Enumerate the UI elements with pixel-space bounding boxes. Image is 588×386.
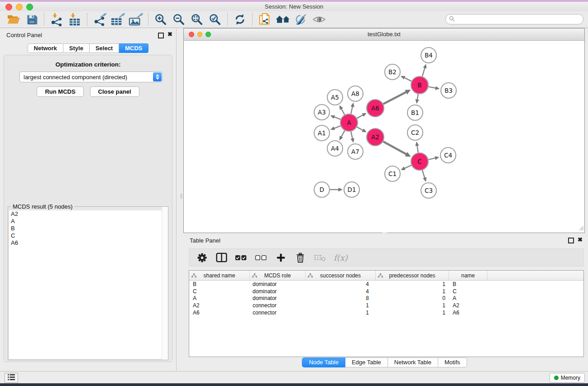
graph-edge-A-A1[interactable]: [334, 126, 341, 129]
refresh-icon[interactable]: [231, 12, 249, 27]
zoom-in-icon[interactable]: [152, 12, 170, 27]
export-table-icon[interactable]: [109, 12, 127, 27]
graph-node-A4[interactable]: A4: [327, 141, 343, 156]
result-list-item[interactable]: C: [9, 232, 167, 239]
table-row[interactable]: Bdominator41B: [189, 281, 583, 288]
table-row[interactable]: A6connector11A6: [189, 309, 583, 316]
splitter-handle-vertical[interactable]: [180, 194, 182, 199]
zoom-out-icon[interactable]: [170, 12, 188, 27]
result-scrollbar[interactable]: [162, 207, 168, 360]
graph-node-C1[interactable]: C1: [385, 166, 400, 181]
split-panel-icon[interactable]: [215, 253, 227, 262]
table-float-panel-icon[interactable]: [568, 238, 574, 243]
graph-node-C2[interactable]: C2: [407, 125, 423, 140]
graph-node-A6[interactable]: A6: [367, 100, 384, 117]
result-list-item[interactable]: A6: [9, 239, 167, 247]
tab-select[interactable]: Select: [90, 43, 119, 53]
graph-edge-A-A3[interactable]: [334, 117, 341, 119]
graph-edge-B-B3[interactable]: [429, 87, 436, 88]
zoom-selected-icon[interactable]: [206, 12, 224, 27]
graph-edge-C-C4[interactable]: [429, 158, 436, 159]
graph-node-A3[interactable]: A3: [314, 105, 330, 120]
graph-node-A2[interactable]: A2: [367, 129, 384, 146]
save-session-icon[interactable]: [23, 12, 41, 27]
table-close-panel-icon[interactable]: ✖: [578, 236, 583, 243]
graph-edge-B-B1[interactable]: [417, 94, 418, 100]
import-network-icon[interactable]: [48, 12, 66, 27]
graph-node-A1[interactable]: A1: [314, 125, 330, 141]
table-row[interactable]: Cdominator41C: [189, 288, 583, 295]
graph-node-B4[interactable]: B4: [421, 48, 436, 63]
delete-column-icon[interactable]: [294, 253, 306, 263]
float-panel-icon[interactable]: [158, 33, 164, 38]
run-mcds-button[interactable]: Run MCDS: [37, 86, 83, 97]
graph-edge-C-C1[interactable]: [404, 165, 411, 168]
result-list-item[interactable]: A: [9, 218, 167, 225]
column-header-successor-nodes[interactable]: successor nodes: [306, 271, 376, 280]
graph-edge-A2-C[interactable]: [383, 142, 407, 154]
graph-node-C3[interactable]: C3: [421, 183, 436, 198]
search-input[interactable]: [457, 15, 583, 24]
graph-edge-A-A7[interactable]: [351, 132, 353, 139]
graph-node-C[interactable]: C: [411, 153, 428, 170]
close-panel-icon[interactable]: ✖: [167, 31, 172, 38]
cybrowser-home-icon[interactable]: [274, 12, 292, 27]
graph-node-C4[interactable]: C4: [440, 148, 456, 163]
tab-mcds[interactable]: MCDS: [119, 43, 148, 53]
graph-node-B3[interactable]: B3: [441, 83, 456, 98]
column-header-shared-name[interactable]: shared name: [189, 271, 250, 280]
export-image-icon[interactable]: [127, 12, 145, 27]
network-canvas[interactable]: B4B2BB3A8A5A6A3B1AC2A1A2A4A7C4CC1DD1C3: [184, 41, 584, 233]
show-graphics-details-icon[interactable]: [310, 12, 328, 27]
graph-node-A7[interactable]: A7: [348, 144, 363, 159]
close-panel-button[interactable]: Close panel: [90, 86, 139, 97]
graph-node-A8[interactable]: A8: [348, 86, 363, 101]
table-row[interactable]: Adominator80A: [189, 295, 583, 302]
resize-grip-icon[interactable]: [578, 224, 584, 233]
table-settings-icon[interactable]: [196, 253, 208, 263]
column-header-name[interactable]: name: [449, 271, 488, 280]
graph-edge-A-A4[interactable]: [341, 131, 345, 137]
tab-node-table[interactable]: Node Table: [302, 357, 345, 367]
import-table-icon[interactable]: [66, 12, 84, 27]
graph-node-D[interactable]: D: [314, 182, 330, 197]
graph-node-A5[interactable]: A5: [327, 90, 343, 105]
graph-edge-B-B4[interactable]: [422, 67, 425, 76]
clone-network-icon[interactable]: [256, 12, 274, 27]
graph-node-B[interactable]: B: [411, 76, 428, 94]
column-header-predecessor-nodes[interactable]: predecessor nodes: [376, 271, 449, 280]
task-history-button[interactable]: [5, 373, 18, 383]
tab-style[interactable]: Style: [63, 43, 90, 53]
graph-edge-A-A6[interactable]: [357, 115, 363, 119]
graph-edge-C-C3[interactable]: [422, 170, 425, 178]
result-list-item[interactable]: B: [9, 225, 167, 232]
search-field[interactable]: [445, 14, 583, 24]
zoom-fit-icon[interactable]: [188, 12, 206, 27]
column-header-MCDS-role[interactable]: MCDS role: [250, 271, 306, 280]
graph-edge-A-A8[interactable]: [351, 106, 353, 114]
graph-edge-A-A5[interactable]: [341, 109, 345, 115]
memory-button[interactable]: Memory: [550, 373, 585, 383]
graph-node-B1[interactable]: B1: [407, 105, 423, 120]
criterion-dropdown[interactable]: largest connected component (directed): [19, 71, 163, 82]
open-file-icon[interactable]: [5, 12, 23, 27]
tab-network[interactable]: Network: [28, 43, 63, 53]
graph-node-B2[interactable]: B2: [385, 64, 400, 80]
export-network-icon[interactable]: [91, 12, 109, 27]
tab-edge-table[interactable]: Edge Table: [345, 357, 388, 367]
tab-network-table[interactable]: Network Table: [388, 357, 438, 367]
graph-node-A[interactable]: A: [340, 114, 358, 131]
graph-edge-B-B2[interactable]: [404, 77, 411, 81]
mcds-result-list[interactable]: A2ABCA6: [9, 210, 167, 359]
graph-edge-A-A2[interactable]: [357, 127, 363, 131]
select-all-icon[interactable]: [235, 254, 247, 261]
tab-motifs[interactable]: Motifs: [438, 357, 467, 367]
graph-edge-C-C2[interactable]: [417, 145, 418, 152]
add-column-icon[interactable]: [275, 253, 287, 262]
result-list-item[interactable]: A2: [9, 210, 167, 218]
graph-node-D1[interactable]: D1: [344, 182, 359, 197]
hide-annotations-icon[interactable]: [292, 12, 310, 27]
graph-edge-A6-B[interactable]: [383, 92, 406, 104]
table-row[interactable]: A2connector11A2: [189, 302, 583, 309]
deselect-all-icon[interactable]: [255, 254, 267, 261]
